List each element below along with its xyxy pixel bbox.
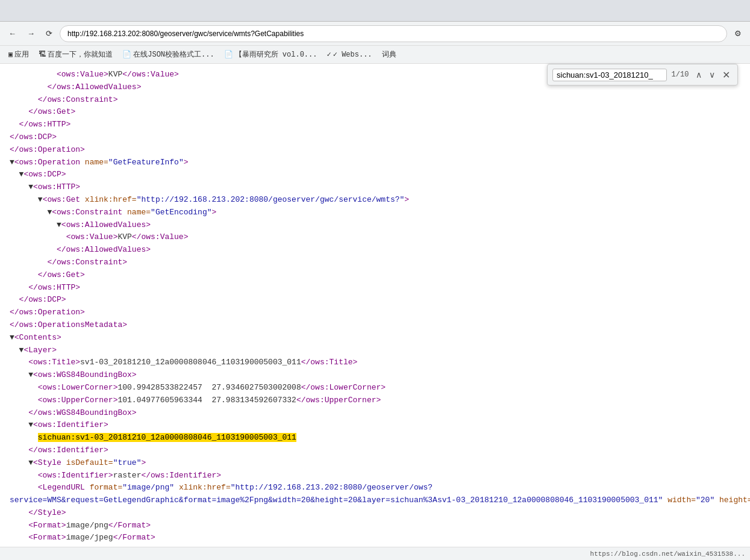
xml-line: </ows:Constraint> xyxy=(10,257,740,269)
url-bar[interactable] xyxy=(60,25,727,42)
xml-line: sichuan:sv1-03_20181210_12a0000808046_11… xyxy=(10,432,740,444)
xml-line: <ows:UpperCorner>101.04977605963344 27.9… xyxy=(10,394,740,407)
bookmark-webs[interactable]: ✓ ✓ Webs... xyxy=(323,49,375,60)
status-url: https://blog.csdn.net/waixin_4531538... xyxy=(590,550,745,558)
xml-line: <ows:Constraint name="GetEncoding"> xyxy=(10,207,740,219)
xml-line: </ows:DCP> xyxy=(10,131,740,144)
xml-line: <ows:WGS84BoundingBox> xyxy=(10,369,740,382)
xml-line: service=WMS&request=GetLegendGraphic&for… xyxy=(10,494,740,507)
bookmark-storm[interactable]: 📄 【暴雨研究所 vol.0... xyxy=(220,48,321,61)
xml-content[interactable]: <ows:Value>KVP</ows:Value> </ows:Allowed… xyxy=(0,64,750,560)
bookmarks-bar: ▣ 应用 🏗 百度一下，你就知道 📄 在线JSON校验格式工... 📄 【暴雨研… xyxy=(0,46,750,64)
xml-line: </ows:HTTP> xyxy=(10,119,740,131)
find-prev-button[interactable]: ∧ xyxy=(693,69,704,81)
xml-line: <Format>image/jpeg</Format> xyxy=(10,532,740,544)
xml-line: <ows:Get xlink:href="http://192.168.213.… xyxy=(10,194,740,207)
xml-line: </ows:OperationsMetadata> xyxy=(10,319,740,332)
xml-line: <ows:HTTP> xyxy=(10,181,740,194)
xml-line: <Contents> xyxy=(10,332,740,344)
browser-tabs xyxy=(0,0,750,22)
find-close-button[interactable]: ✕ xyxy=(720,68,733,82)
find-count: 1/10 xyxy=(669,70,691,79)
forward-button[interactable]: → xyxy=(23,26,39,40)
xml-line: </ows:Identifier> xyxy=(10,444,740,457)
xml-line: </ows:WGS84BoundingBox> xyxy=(10,407,740,420)
xml-line: </ows:Get> xyxy=(10,269,740,282)
browser-toolbar: ← → ⟳ ⚙ xyxy=(0,22,750,46)
refresh-button[interactable]: ⟳ xyxy=(42,26,56,40)
xml-line: </Style> xyxy=(10,507,740,520)
find-bar: 1/10 ∧ ∨ ✕ xyxy=(547,64,738,86)
xml-line: </ows:AllowedValues> xyxy=(10,244,740,257)
back-button[interactable]: ← xyxy=(5,26,20,40)
xml-line: </ows:Operation> xyxy=(10,144,740,157)
xml-line: <Style isDefault="true"> xyxy=(10,457,740,470)
xml-line: </ows:Get> xyxy=(10,106,740,119)
bookmark-apps[interactable]: ▣ 应用 xyxy=(5,48,33,61)
xml-line: <Layer> xyxy=(10,344,740,357)
xml-line: <ows:DCP> xyxy=(10,169,740,181)
xml-line: <ows:Title>sv1-03_20181210_12a0000808046… xyxy=(10,356,740,369)
xml-line: <ows:Identifier> xyxy=(10,419,740,432)
xml-line: <ows:Value>KVP</ows:Value> xyxy=(10,231,740,244)
xml-line: <ows:AllowedValues> xyxy=(10,219,740,232)
xml-line: </ows:HTTP> xyxy=(10,282,740,294)
xml-line: <LegendURL format="image/png" xlink:href… xyxy=(10,482,740,494)
xml-line: </ows:DCP> xyxy=(10,294,740,306)
xml-line: </ows:Operation> xyxy=(10,306,740,319)
xml-line: </ows:Constraint> xyxy=(10,94,740,107)
bookmark-json[interactable]: 📄 在线JSON校验格式工... xyxy=(119,48,217,61)
bookmark-dict[interactable]: 词典 xyxy=(378,48,400,61)
extensions-button[interactable]: ⚙ xyxy=(731,26,745,40)
status-bar: https://blog.csdn.net/waixin_4531538... xyxy=(0,547,750,560)
xml-line: <ows:Operation name="GetFeatureInfo"> xyxy=(10,157,740,169)
xml-line: <Format>image/png</Format> xyxy=(10,520,740,532)
xml-line: <ows:LowerCorner>100.99428533822457 27.9… xyxy=(10,382,740,394)
bookmark-baidu[interactable]: 🏗 百度一下，你就知道 xyxy=(35,48,116,61)
find-input[interactable] xyxy=(552,69,667,81)
xml-line: <ows:Identifier>raster</ows:Identifier> xyxy=(10,470,740,482)
find-next-button[interactable]: ∨ xyxy=(707,69,717,81)
